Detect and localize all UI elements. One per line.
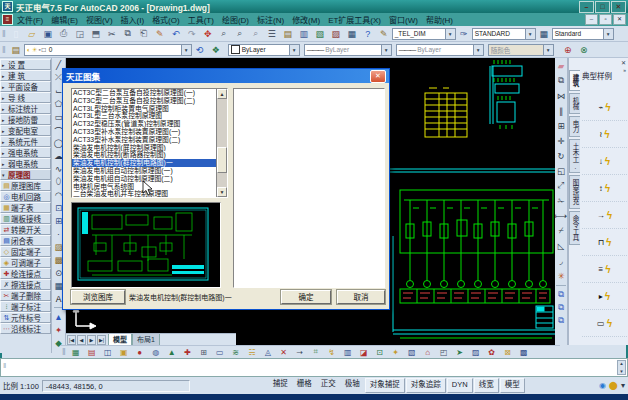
tz-bottom-tool-icon[interactable]: ⌗ [308, 346, 324, 358]
layer-state-icon[interactable]: □ [42, 46, 46, 54]
toolbar-grip[interactable]: ‖ [60, 347, 68, 357]
layer-state-icon[interactable]: ▪ [38, 46, 40, 54]
browse-library-button[interactable]: 浏览图库 [71, 290, 125, 304]
status-toggle-button[interactable]: 对象追踪 [406, 378, 446, 393]
tz-toolbar-icon[interactable]: ⊕ [560, 42, 576, 57]
modify-tool-icon[interactable]: ⋈ [555, 88, 568, 103]
palette-tab[interactable]: 土木工... [569, 139, 580, 173]
layer-tool-icon[interactable]: ⟲ [192, 42, 208, 57]
status-toggle-button[interactable]: DYN [447, 378, 473, 393]
status-icon[interactable]: ◉ [599, 381, 606, 390]
status-icon[interactable]: ⬤ [609, 381, 618, 390]
toolbar-icon[interactable]: ↶ [168, 26, 184, 41]
tz-bottom-tool-icon[interactable]: ▣ [116, 346, 132, 358]
tz-menu-command-item[interactable]: ✂ 端子删除 [0, 290, 51, 301]
toolbar-icon[interactable]: ▧ [312, 26, 328, 41]
window-control-button[interactable]: – [579, 1, 594, 13]
mdi-control-button[interactable]: – [585, 14, 598, 25]
layout-nav-button[interactable]: ◀ [77, 335, 86, 345]
tz-bottom-tool-icon[interactable]: ✕ [276, 346, 292, 358]
tz-menu-group-item[interactable]: ▸ 平面设备 [0, 81, 51, 92]
atlas-list-item[interactable]: ACT3L型控制柜装置电气原理图 [72, 105, 216, 113]
tz-menu-group-item[interactable]: ▸ 导 线 [0, 92, 51, 103]
tz-menu-group-item[interactable]: ▸ 接地防雷 [0, 114, 51, 125]
dropdown-arrow-icon[interactable]: ▾ [289, 45, 299, 55]
tz-bottom-tool-icon[interactable]: ◪ [356, 346, 372, 358]
window-control-button[interactable]: □ [595, 1, 610, 13]
tz-menu-command-item[interactable]: ◈ 可调端子 [0, 257, 51, 268]
tz-menu-command-item[interactable]: ⇅ 元件标号 [0, 312, 51, 323]
menu-item[interactable]: 绘图(D) [218, 14, 253, 25]
palette-tool[interactable]: ↕ ϟ [582, 175, 627, 202]
tz-bottom-tool-icon[interactable]: ➝ [292, 346, 308, 358]
tz-menu-command-item[interactable]: ⁝ 端子标注 [0, 301, 51, 312]
table-style-icon[interactable]: ▦ [536, 26, 552, 41]
coordinates-display[interactable]: -48443, 48156, 0 [42, 380, 190, 392]
palette-tool[interactable]: ⊓ ϟ [582, 229, 627, 256]
atlas-list-item[interactable]: ACT3L型三台水泵控制原理图 [72, 112, 216, 120]
tz-bottom-tool-icon[interactable]: ▲ [164, 346, 180, 358]
modify-tool-icon[interactable]: ∥ [555, 103, 568, 118]
tz-menu-group-item[interactable]: ▸ 建 筑 [0, 70, 51, 81]
toolbar-icon[interactable]: ⎙ [56, 26, 72, 41]
modify-tool-icon[interactable]: ✳ [555, 268, 568, 283]
dropdown-arrow-icon[interactable]: ▾ [381, 45, 391, 55]
modify-tool-icon[interactable]: ✁ [555, 193, 568, 208]
toolbar-icon[interactable]: ↷ [184, 26, 200, 41]
toolbar-icon[interactable]: ? [360, 26, 376, 41]
overflow-arrow-icon[interactable]: » [623, 67, 626, 73]
menu-item[interactable]: 格式(O) [148, 14, 184, 25]
status-toggle-button[interactable]: 捕捉 [269, 378, 292, 391]
layout-nav-button[interactable]: |◀ [67, 335, 76, 345]
tz-menu-command-item[interactable]: ▦ 端子表 [0, 202, 51, 213]
table-style-combo[interactable]: Standard ▾ [552, 28, 614, 40]
scale-indicator[interactable]: 比例 1:100 [3, 380, 39, 391]
tz-bottom-tool-icon[interactable]: ▨ [468, 346, 484, 358]
palette-tool[interactable]: ▭ ϟ [582, 310, 627, 337]
tz-menu-group-item[interactable]: ▸ 标注统计 [0, 103, 51, 114]
status-icon[interactable]: ▾ [621, 381, 625, 390]
palette-tool[interactable]: → ϟ [582, 202, 627, 229]
toolbar-grip[interactable]: ‖ [0, 29, 8, 39]
tz-bottom-tool-icon[interactable]: ▩ [516, 346, 532, 358]
layer-combo[interactable]: ◐☀▪□ 0 ▾ [24, 44, 192, 56]
layer-manager-icon[interactable]: ▤ [8, 42, 24, 57]
scroll-up-icon[interactable]: ▲ [217, 89, 227, 99]
command-window[interactable]: ‖ ▲ ▼ [0, 358, 628, 377]
atlas-list-item[interactable]: ACT33型补水泵控制装置原理图(一) [72, 128, 216, 136]
atlas-list-item[interactable]: ACT32型稳压泵(管道泵)控制原理图 [72, 120, 216, 128]
palette-tab[interactable]: 命令工具 [569, 211, 580, 245]
menu-item[interactable]: 编辑(E) [47, 14, 82, 25]
modify-tool-icon[interactable]: ⧉ [555, 301, 568, 314]
toolbar-icon[interactable]: ✥ [200, 26, 216, 41]
tz-menu-command-item[interactable]: ✚ 绘连接点 [0, 268, 51, 279]
menu-item[interactable]: 视图(V) [82, 14, 117, 25]
menu-item[interactable]: 修改(M) [288, 14, 324, 25]
layer-tool-icon[interactable]: ❖ [208, 42, 224, 57]
command-window-grip[interactable]: ‖ [3, 361, 6, 370]
layer-state-icon[interactable]: ☀ [32, 46, 38, 54]
layer-state-icon[interactable]: ◐ [27, 46, 31, 54]
status-toggle-button[interactable]: 极轴 [341, 378, 364, 391]
dialog-close-button[interactable]: ✕ [370, 70, 386, 83]
menu-item[interactable]: 文件(F) [13, 14, 47, 25]
tz-menu-command-item[interactable]: ⇄ 转换开关 [0, 224, 51, 235]
tz-bottom-tool-icon[interactable]: ≋ [228, 346, 244, 358]
tz-menu-command-item[interactable]: ◎ 电机回路 [0, 191, 51, 202]
toolbar-icon[interactable]: ⎗ [136, 26, 152, 41]
dialog-title-bar[interactable]: 天正图集 ✕ [63, 69, 389, 83]
tz-menu-group-item[interactable]: ▸ 强电系统 [0, 147, 51, 158]
modify-tool-icon[interactable]: ◱ [555, 163, 568, 178]
toolbar-icon[interactable]: ⌕ [248, 26, 264, 41]
command-scrollbar[interactable]: ▲ ▼ [617, 360, 626, 375]
toolbar-icon[interactable]: ▯ [8, 26, 24, 41]
atlas-list-item[interactable]: ACT3C型二台泵互备自投控制原理图(一) [72, 89, 216, 97]
atlas-list-item[interactable]: 柴油发电机控制(群控制电路图)一 [72, 159, 216, 167]
status-toggle-button[interactable]: 对象捕捉 [365, 378, 405, 393]
tz-menu-command-item[interactable]: ▤ 闭合表 [0, 235, 51, 246]
toolbar-icon[interactable]: ▥ [296, 26, 312, 41]
tz-bottom-tool-icon[interactable]: ⊡ [372, 346, 388, 358]
atlas-list-item[interactable]: 柴油发电机组自动控制原理图(一) [72, 167, 216, 175]
dropdown-arrow-icon[interactable]: ▾ [445, 29, 455, 39]
list-scrollbar[interactable]: ▲ ▼ [216, 89, 227, 197]
